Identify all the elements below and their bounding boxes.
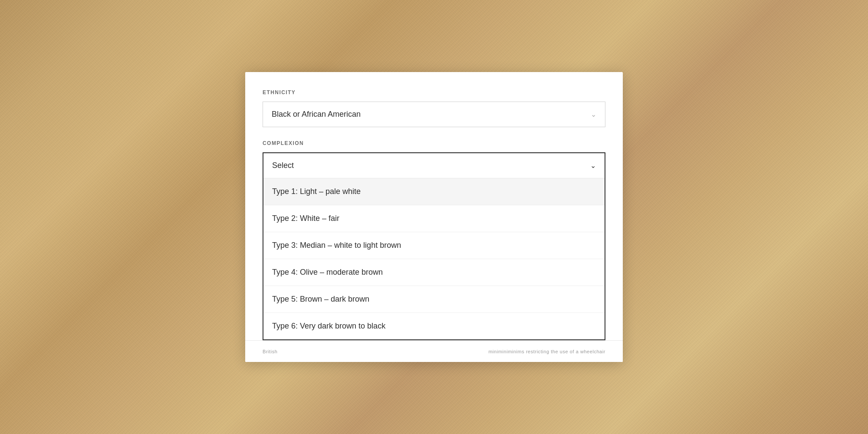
footer-left-text: British (263, 349, 377, 354)
complexion-option-3[interactable]: Type 3: Median – white to light brown (263, 232, 605, 259)
complexion-option-5[interactable]: Type 5: Brown – dark brown (263, 286, 605, 313)
ethnicity-dropdown[interactable]: Black or African American ⌄ (263, 102, 605, 127)
complexion-search-input[interactable] (272, 161, 563, 170)
complexion-option-2[interactable]: Type 2: White – fair (263, 205, 605, 232)
complexion-option-6[interactable]: Type 6: Very dark brown to black (263, 313, 605, 339)
footer-right-text: miniminiminims restricting the use of a … (377, 349, 605, 354)
complexion-chevron-icon: ⌄ (590, 161, 596, 170)
complexion-option-4[interactable]: Type 4: Olive – moderate brown (263, 259, 605, 286)
complexion-label: COMPLEXION (263, 140, 605, 146)
complexion-search-row: ⌄ (263, 153, 605, 178)
modal-content: ETHNICITY Black or African American ⌄ CO… (245, 72, 623, 340)
modal-footer: British miniminiminims restricting the u… (245, 340, 623, 362)
complexion-options-list: Type 1: Light – pale white Type 2: White… (263, 178, 605, 339)
complexion-dropdown[interactable]: ⌄ Type 1: Light – pale white Type 2: Whi… (263, 152, 605, 340)
ethnicity-label: ETHNICITY (263, 89, 605, 95)
modal: ETHNICITY Black or African American ⌄ CO… (245, 72, 623, 362)
complexion-option-1[interactable]: Type 1: Light – pale white (263, 178, 605, 205)
ethnicity-chevron-icon: ⌄ (591, 110, 596, 118)
ethnicity-selected-value: Black or African American (272, 110, 361, 119)
